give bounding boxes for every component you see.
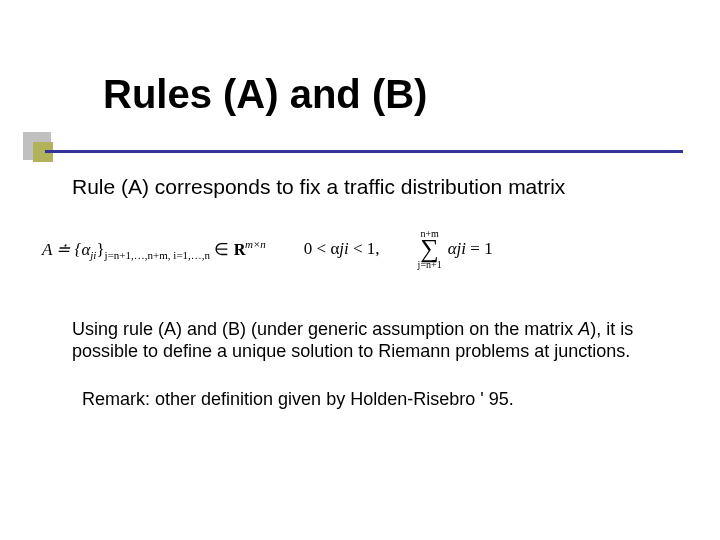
slide-title: Rules (A) and (B) (103, 72, 720, 127)
title-underline (45, 150, 683, 153)
paragraph-remark: Remark: other definition given by Holden… (82, 389, 660, 410)
sum-alpha: α (448, 239, 457, 258)
ineq-sub: ji (339, 239, 348, 258)
sigma-symbol: ∑ (420, 239, 439, 260)
ineq-pre: 0 < α (304, 239, 340, 258)
mA-sub2: j=n+1,…,n+m, i=1,…,n (105, 249, 210, 261)
slide: Rules (A) and (B) Rule (A) corresponds t… (0, 72, 720, 540)
ineq-post: < 1, (349, 239, 380, 258)
sum-term: αji = 1 (448, 239, 493, 259)
lead-text: Rule (A) corresponds to fix a traffic di… (72, 175, 660, 199)
title-block: Rules (A) and (B) (45, 72, 720, 127)
mA-in: ∈ (210, 240, 234, 259)
mA-R: R (234, 240, 245, 260)
sum-alpha-sub: ji (457, 239, 466, 258)
mA-exp: m×n (245, 238, 266, 250)
sigma-block: n+m ∑ j=n+1 (418, 229, 442, 270)
sum-eq: = 1 (466, 239, 493, 258)
math-sum: n+m ∑ j=n+1 αji = 1 (418, 229, 493, 270)
p2-A: A (578, 319, 590, 339)
mA-1: A ≐ {α (42, 240, 90, 259)
slide-body: Rule (A) corresponds to fix a traffic di… (72, 175, 660, 410)
paragraph-usage: Using rule (A) and (B) (under generic as… (72, 318, 660, 363)
math-inequality: 0 < αji < 1, (304, 239, 380, 259)
math-definition-A: A ≐ {αji}j=n+1,…,n+m, i=1,…,n ∈ Rm×n (42, 238, 266, 261)
math-row: A ≐ {αji}j=n+1,…,n+m, i=1,…,n ∈ Rm×n 0 <… (42, 229, 660, 270)
p2-pre: Using rule (A) and (B) (under generic as… (72, 319, 578, 339)
mA-mid: } (96, 240, 104, 259)
sigma-bot: j=n+1 (418, 260, 442, 270)
